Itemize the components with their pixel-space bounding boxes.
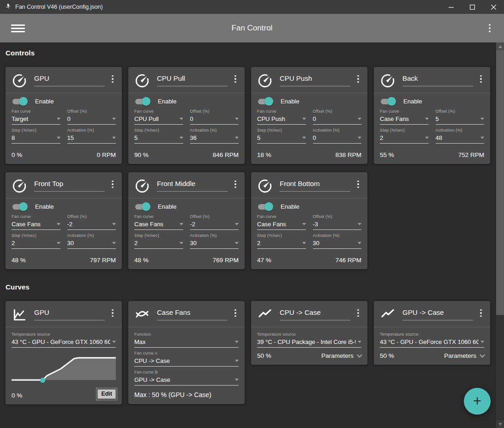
zigzag-line-icon <box>257 307 273 323</box>
step-select[interactable]: Step (%/sec) 5 <box>257 128 306 144</box>
maximize-button[interactable] <box>462 0 483 14</box>
temperature-source-select[interactable]: Temperature source 39 °C - CPU Package -… <box>257 332 361 348</box>
card-kebab-menu-icon[interactable] <box>232 180 239 189</box>
control-name[interactable]: CPU Push <box>280 74 350 86</box>
activation-select[interactable]: Activation (%) 36 <box>190 128 239 144</box>
control-name[interactable]: Front Middle <box>157 180 228 192</box>
step-select[interactable]: Step (%/sec) 2 <box>257 233 306 249</box>
offset-select[interactable]: Offset (%) -2 <box>190 214 239 230</box>
minimize-button[interactable] <box>440 0 462 14</box>
fan-curve-select[interactable]: Fan curve Case Fans <box>380 109 429 125</box>
control-name[interactable]: GPU <box>34 74 105 86</box>
fan-curve-select[interactable]: Fan curve CPU Push <box>257 109 306 125</box>
control-name[interactable]: CPU Pull <box>157 74 228 86</box>
step-select[interactable]: Step (%/sec) 8 <box>12 128 60 144</box>
step-select[interactable]: Step (%/sec) 2 <box>380 128 429 144</box>
card-kebab-menu-icon[interactable] <box>355 74 361 84</box>
close-button[interactable] <box>483 0 504 14</box>
offset-select[interactable]: Offset (%) 0 <box>67 109 116 125</box>
enable-toggle[interactable] <box>258 99 272 104</box>
card-kebab-menu-icon[interactable] <box>109 180 116 189</box>
toggle-knob <box>264 97 273 106</box>
temperature-source-select[interactable]: Temperature source 43 °C - GPU - GeForce… <box>380 332 484 348</box>
dropdown-arrow-icon <box>302 242 306 244</box>
appbar-kebab-menu-icon[interactable] <box>486 24 493 33</box>
card-kebab-menu-icon[interactable] <box>478 308 484 318</box>
enable-toggle[interactable] <box>135 204 149 210</box>
curve-percent: 50 % <box>380 352 394 359</box>
parameters-expander[interactable]: Parameters <box>444 352 484 359</box>
activation-select[interactable]: Activation (%) 30 <box>313 233 362 249</box>
control-name[interactable]: Front Bottom <box>280 180 350 192</box>
activation-select[interactable]: Activation (%) 30 <box>67 233 116 249</box>
offset-select[interactable]: Offset (%) 5 <box>436 109 485 125</box>
enable-label: Enable <box>158 98 176 105</box>
function-select[interactable]: Function Max <box>134 332 239 348</box>
fan-rpm: 752 RPM <box>458 151 484 158</box>
fan-curve-b-select[interactable]: Fan curve B GPU -> Case <box>134 370 239 386</box>
fan-curve-select[interactable]: Fan curve Target <box>12 109 60 125</box>
enable-toggle[interactable] <box>258 204 272 210</box>
dropdown-arrow-icon <box>302 223 306 225</box>
add-button[interactable]: + <box>464 388 491 415</box>
offset-select[interactable]: Offset (%) -2 <box>67 214 116 230</box>
scroll-down-button[interactable] <box>496 420 504 428</box>
curve-name[interactable]: CPU -> Case <box>280 308 350 320</box>
fan-curve-select[interactable]: Fan curve Case Fans <box>12 214 60 230</box>
enable-label: Enable <box>35 98 54 105</box>
card-kebab-menu-icon[interactable] <box>478 74 484 84</box>
edit-button[interactable]: Edit <box>97 389 116 399</box>
fan-curve-point[interactable] <box>40 378 45 383</box>
field-value: 0 <box>313 115 356 122</box>
control-name[interactable]: Back <box>402 74 473 86</box>
dropdown-arrow-icon <box>57 223 60 225</box>
enable-label: Enable <box>281 98 299 105</box>
card-kebab-menu-icon[interactable] <box>109 308 116 318</box>
step-select[interactable]: Step (%/sec) 2 <box>12 233 60 249</box>
offset-select[interactable]: Offset (%) -3 <box>313 214 362 230</box>
arrow-down-icon <box>498 423 502 426</box>
card-kebab-menu-icon[interactable] <box>355 180 361 189</box>
card-kebab-menu-icon[interactable] <box>355 308 361 318</box>
dropdown-arrow-icon <box>57 137 60 139</box>
field-value: CPU Pull <box>134 115 178 122</box>
temperature-source-select[interactable]: Temperature source 43 °C - GPU - GeForce… <box>12 332 116 348</box>
activation-select[interactable]: Activation (%) 15 <box>67 128 116 144</box>
enable-toggle[interactable] <box>12 99 26 104</box>
enable-toggle[interactable] <box>12 204 26 210</box>
field-label: Fan curve <box>12 109 60 114</box>
activation-select[interactable]: Activation (%) 0 <box>313 128 362 144</box>
parameters-expander[interactable]: Parameters <box>321 352 361 359</box>
window-title: Fan Control V46 (userConfig.json) <box>15 4 103 10</box>
step-select[interactable]: Step (%/sec) 5 <box>134 128 183 144</box>
scroll-up-button[interactable] <box>496 42 504 50</box>
offset-select[interactable]: Offset (%) 0 <box>190 109 239 125</box>
fan-curve-select[interactable]: Fan curve Case Fans <box>134 214 183 230</box>
enable-toggle[interactable] <box>381 99 395 104</box>
step-select[interactable]: Step (%/sec) 2 <box>134 233 183 249</box>
curve-name[interactable]: Case Fans <box>157 308 228 320</box>
parameters-label: Parameters <box>321 352 354 359</box>
fan-curve-a-select[interactable]: Fan curve A CPU -> Case <box>134 351 239 367</box>
fan-rpm: 838 RPM <box>336 151 361 158</box>
control-name[interactable]: Front Top <box>34 180 105 192</box>
fan-curve-select[interactable]: Fan curve CPU Pull <box>134 109 183 125</box>
card-kebab-menu-icon[interactable] <box>232 74 239 84</box>
fan-curve-graph[interactable] <box>12 356 116 382</box>
control-card: CPU Pull Enable Fan curve CPU Pull Offse… <box>128 67 245 164</box>
card-kebab-menu-icon[interactable] <box>109 74 116 84</box>
enable-toggle[interactable] <box>135 99 149 104</box>
activation-select[interactable]: Activation (%) 48 <box>436 128 485 144</box>
fan-curve-select[interactable]: Fan curve Case Fans <box>257 214 306 230</box>
divider <box>6 198 122 199</box>
curve-name[interactable]: GPU <box>34 308 105 320</box>
scrollbar-thumb[interactable] <box>496 50 504 315</box>
hamburger-menu-icon[interactable] <box>11 23 25 34</box>
divider <box>6 93 122 93</box>
curve-name[interactable]: GPU -> Case <box>402 308 473 320</box>
card-kebab-menu-icon[interactable] <box>232 308 239 318</box>
field-value: -2 <box>67 221 111 228</box>
field-label: Activation (%) <box>67 233 116 238</box>
offset-select[interactable]: Offset (%) 0 <box>313 109 362 125</box>
activation-select[interactable]: Activation (%) 30 <box>190 233 239 249</box>
